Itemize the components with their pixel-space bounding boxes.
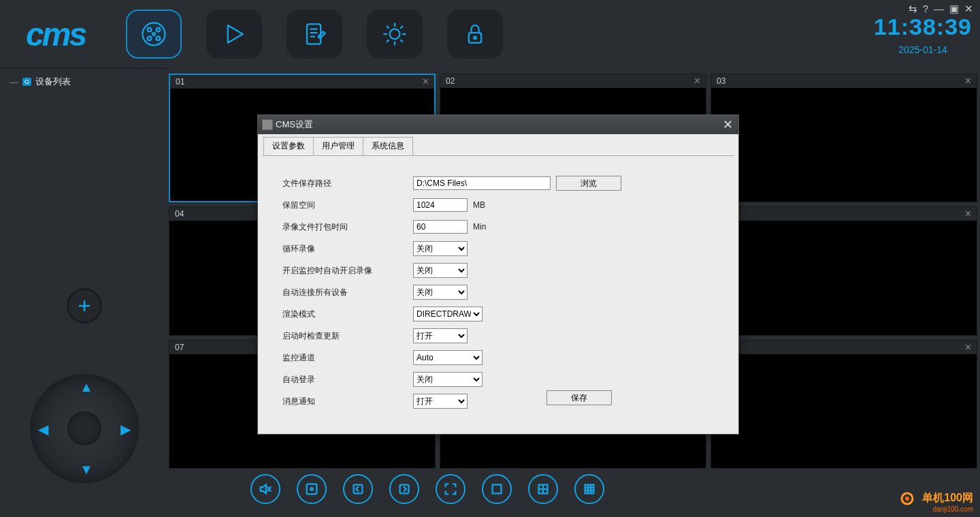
cell-close-icon[interactable]: × bbox=[965, 208, 971, 220]
svg-rect-29 bbox=[400, 485, 409, 494]
svg-point-2 bbox=[157, 28, 161, 32]
header: cms 11:38:39 2025-01-14 bbox=[0, 0, 980, 68]
auto-connect-select[interactable]: 关闭 bbox=[413, 285, 468, 300]
clock-date: 2025-01-14 bbox=[874, 44, 972, 55]
svg-rect-26 bbox=[307, 484, 317, 495]
next-page-button[interactable] bbox=[389, 474, 419, 504]
dialog-close-button[interactable]: ✕ bbox=[723, 117, 733, 132]
cell-close-icon[interactable]: × bbox=[423, 76, 429, 88]
notification-label: 消息通知 bbox=[282, 396, 413, 407]
group-icon: G bbox=[22, 78, 31, 86]
close-app-icon[interactable]: ✕ bbox=[963, 3, 975, 15]
monitor-channel-select[interactable]: Auto bbox=[413, 350, 483, 365]
dialog-tabs: 设置参数 用户管理 系统信息 bbox=[258, 134, 738, 155]
auto-login-label: 自动登录 bbox=[282, 374, 413, 386]
monitor-channel-label: 监控通道 bbox=[282, 352, 413, 364]
layout-9-button[interactable] bbox=[574, 474, 604, 504]
pack-time-input[interactable] bbox=[413, 220, 468, 234]
svg-marker-6 bbox=[228, 25, 243, 43]
svg-point-21 bbox=[474, 37, 476, 40]
nav-lock-button[interactable] bbox=[447, 10, 503, 59]
cell-label: 01 bbox=[176, 77, 184, 87]
ptz-right-button[interactable]: ▶ bbox=[120, 421, 131, 437]
svg-point-40 bbox=[905, 497, 909, 501]
watermark-icon bbox=[900, 492, 919, 505]
watermark: 单机100网 danji100.com bbox=[900, 491, 973, 513]
tab-system-info[interactable]: 系统信息 bbox=[363, 137, 413, 155]
cell-label: 07 bbox=[175, 343, 184, 352]
auto-login-select[interactable]: 关闭 bbox=[413, 372, 483, 387]
ptz-left-button[interactable]: ◀ bbox=[38, 421, 48, 437]
cell-label: 03 bbox=[717, 76, 725, 86]
nav-settings-button[interactable] bbox=[367, 10, 423, 59]
svg-line-18 bbox=[387, 40, 389, 42]
tree-collapse-icon[interactable]: — bbox=[10, 77, 18, 87]
pack-unit: Min bbox=[473, 222, 486, 232]
save-button[interactable]: 保存 bbox=[546, 390, 612, 405]
tab-settings-params[interactable]: 设置参数 bbox=[263, 137, 314, 155]
bottom-toolbar bbox=[169, 474, 604, 504]
nav-recording-button[interactable] bbox=[126, 10, 182, 59]
render-mode-label: 渲染模式 bbox=[282, 309, 413, 320]
fullscreen-button[interactable] bbox=[436, 474, 466, 504]
video-cell[interactable]: 06× bbox=[710, 206, 977, 335]
svg-rect-34 bbox=[585, 485, 594, 494]
svg-point-11 bbox=[390, 29, 400, 40]
cell-close-icon[interactable]: × bbox=[965, 75, 971, 87]
device-tree-label: 设备列表 bbox=[35, 76, 71, 88]
layout-1-button[interactable] bbox=[482, 474, 512, 504]
nav-log-button[interactable] bbox=[287, 10, 342, 59]
svg-rect-20 bbox=[469, 33, 481, 43]
minimize-icon[interactable]: — bbox=[932, 3, 945, 15]
clock-time: 11:38:39 bbox=[874, 14, 972, 40]
sidebar: — G 设备列表 ▲ ▼ ◀ ▶ bbox=[0, 68, 169, 477]
file-path-input[interactable] bbox=[413, 176, 551, 190]
cell-label: 02 bbox=[446, 76, 455, 86]
ptz-down-button[interactable]: ▼ bbox=[80, 462, 93, 477]
auto-record-label: 开启监控时自动开启录像 bbox=[282, 265, 413, 277]
browse-button[interactable]: 浏览 bbox=[556, 176, 621, 191]
reserve-space-input[interactable] bbox=[413, 198, 468, 212]
dialog-title: CMS设置 bbox=[276, 119, 313, 131]
svg-point-27 bbox=[310, 488, 313, 490]
render-mode-select[interactable]: DIRECTDRAW bbox=[413, 307, 483, 322]
svg-rect-30 bbox=[493, 485, 502, 494]
ptz-control: ▲ ▼ ◀ ▶ bbox=[30, 374, 139, 483]
help-icon[interactable]: ? bbox=[921, 3, 930, 15]
svg-point-0 bbox=[143, 23, 165, 46]
layout-4-button[interactable] bbox=[528, 474, 558, 504]
loop-record-select[interactable]: 关闭 bbox=[413, 241, 468, 256]
file-path-label: 文件保存路径 bbox=[282, 178, 413, 189]
auto-connect-label: 自动连接所有设备 bbox=[282, 287, 413, 298]
maximize-icon[interactable]: ▣ bbox=[948, 3, 960, 15]
svg-rect-7 bbox=[307, 24, 321, 44]
video-cell[interactable]: 09× bbox=[710, 340, 977, 469]
device-tree-root[interactable]: — G 设备列表 bbox=[0, 69, 169, 95]
auto-record-select[interactable]: 关闭 bbox=[413, 263, 468, 278]
svg-point-5 bbox=[152, 33, 155, 35]
watermark-title: 单机100网 bbox=[922, 492, 973, 503]
dialog-icon bbox=[262, 119, 273, 130]
reserve-space-label: 保留空间 bbox=[282, 200, 413, 211]
cell-close-icon[interactable]: × bbox=[694, 75, 700, 87]
video-cell[interactable]: 03× bbox=[710, 74, 977, 202]
add-device-button[interactable] bbox=[67, 288, 102, 324]
prev-page-button[interactable] bbox=[343, 474, 373, 504]
app-logo: cms bbox=[26, 16, 85, 53]
cell-close-icon[interactable]: × bbox=[965, 341, 971, 354]
ptz-center-button[interactable] bbox=[67, 411, 101, 445]
network-icon[interactable]: ⇆ bbox=[907, 3, 919, 15]
ptz-up-button[interactable]: ▲ bbox=[80, 379, 93, 395]
tab-user-management[interactable]: 用户管理 bbox=[313, 137, 363, 155]
cell-label: 04 bbox=[175, 209, 184, 219]
pack-time-label: 录像文件打包时间 bbox=[282, 221, 413, 233]
nav-playback-button[interactable] bbox=[206, 10, 262, 59]
check-update-select[interactable]: 打开 bbox=[413, 328, 468, 343]
notification-select[interactable]: 打开 bbox=[413, 394, 468, 409]
settings-form: 文件保存路径 浏览 保留空间 MB 录像文件打包时间 Min 循环录像 关闭 开… bbox=[262, 155, 734, 433]
mute-button[interactable] bbox=[250, 474, 280, 504]
dialog-titlebar[interactable]: CMS设置 ✕ bbox=[258, 115, 738, 134]
svg-point-4 bbox=[157, 37, 161, 41]
snapshot-button[interactable] bbox=[297, 474, 327, 504]
svg-line-19 bbox=[400, 26, 403, 29]
